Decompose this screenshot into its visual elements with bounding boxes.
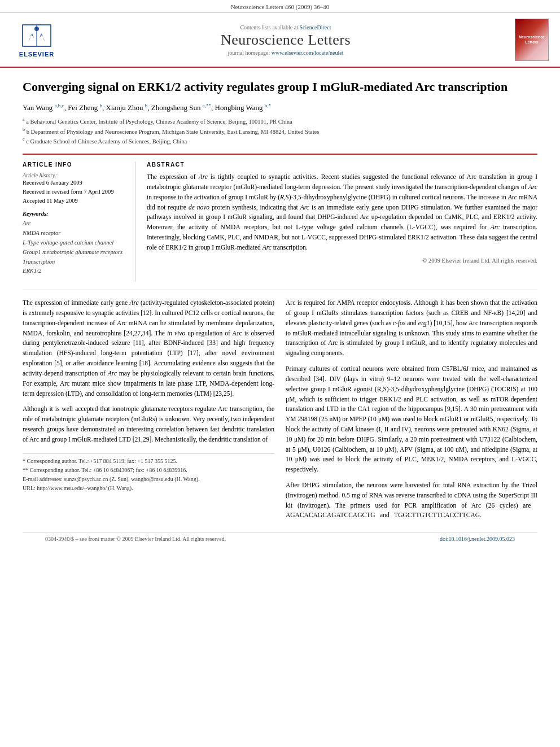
authors-text: Yan Wang a,b,c, Fei Zheng b, Xianju Zhou…: [23, 103, 271, 112]
main-text-section: The expression of immediate early gene A…: [23, 290, 537, 526]
sciencedirect-line: Contents lists available at ScienceDirec…: [62, 24, 509, 30]
elsevier-text: ELSEVIER: [19, 51, 54, 58]
journal-header: ELSEVIER Contents lists available at Sci…: [0, 13, 560, 68]
main-para-1: The expression of immediate early gene A…: [23, 298, 274, 399]
keyword-4: Group1 metabotropic glutamate receptors: [23, 248, 127, 257]
svg-point-4: [34, 27, 39, 31]
article-history: Article history: Received 6 January 2009…: [23, 172, 127, 205]
abstract-text: The expression of Arc is tightly coupled…: [147, 172, 537, 253]
keyword-6: ERK1/2: [23, 267, 127, 276]
copyright-line: © 2009 Elsevier Ireland Ltd. All rights …: [147, 257, 537, 264]
journal-cover-image: Neuroscience Letters: [515, 19, 549, 61]
footnote-star2: ** Corresponding author. Tel.: +86 10 64…: [23, 466, 274, 475]
elsevier-logo: ELSEVIER: [11, 22, 62, 58]
article-info-abstract-section: ARTICLE INFO Article history: Received 6…: [23, 154, 537, 282]
thumb-text: Neuroscience Letters: [517, 35, 546, 45]
keywords-list: Arc NMDA receptor L-Type voltage-gated c…: [23, 219, 127, 276]
keyword-5: Transcription: [23, 257, 127, 267]
url-value: http://www.msu.edu/~wangho/ (H. Wang).: [37, 485, 133, 491]
contents-label: Contents lists available at: [240, 24, 298, 30]
doi-text: doi:10.1016/j.neulet.2009.05.023: [440, 536, 515, 542]
homepage-label: journal homepage:: [228, 50, 270, 56]
footnote-emails: E-mail addresses: sunzs@psych.ac.cn (Z. …: [23, 475, 274, 484]
keyword-3: L-Type voltage-gated calcium channel: [23, 238, 127, 248]
main-para-5: After DHPG stimulation, the neurons were…: [286, 480, 537, 521]
keywords-section: Keywords: Arc NMDA receptor L-Type volta…: [23, 211, 127, 276]
email-addresses: sunzs@psych.ac.cn (Z. Sun), wangho@msu.e…: [64, 476, 199, 482]
authors-line: Yan Wang a,b,c, Fei Zheng b, Xianju Zhou…: [23, 102, 537, 113]
accepted-date: Accepted 11 May 2009: [23, 196, 127, 206]
abstract-column: ABSTRACT The expression of Arc is tightl…: [147, 161, 537, 282]
journal-thumbnail: Neuroscience Letters: [509, 19, 549, 61]
elsevier-logo-svg: [20, 22, 54, 49]
svg-marker-2: [28, 33, 34, 42]
abstract-label: ABSTRACT: [147, 161, 537, 168]
journal-title-block: Contents lists available at ScienceDirec…: [62, 24, 509, 56]
main-text-col2: Arc is required for AMPA receptor endocy…: [286, 298, 537, 526]
affiliation-b: b b Department of Physiology and Neurosc…: [23, 126, 537, 136]
keywords-label: Keywords:: [23, 211, 127, 217]
sciencedirect-link[interactable]: ScienceDirect: [299, 24, 331, 30]
history-label: Article history:: [23, 172, 127, 178]
article-info-column: ARTICLE INFO Article history: Received 6…: [23, 161, 135, 282]
bottom-bar: 0304-3940/$ – see front matter © 2009 El…: [23, 532, 537, 545]
keyword-1: Arc: [23, 219, 127, 229]
affiliation-a: a a Behavioral Genetics Center, Institut…: [23, 116, 537, 126]
main-para-3: Arc is required for AMPA receptor endocy…: [286, 298, 537, 359]
footnotes-block: * Corresponding author. Tel.: +517 884 5…: [23, 453, 274, 493]
page: Neuroscience Letters 460 (2009) 36–40: [0, 0, 560, 747]
main-text-col1: The expression of immediate early gene A…: [23, 298, 274, 526]
main-para-4: Primary cultures of cortical neurons wer…: [286, 364, 537, 475]
article-title: Converging signal on ERK1/2 activity reg…: [23, 79, 537, 95]
main-para-2: Although it is well accepted that ionotr…: [23, 404, 274, 444]
url-label: URL:: [23, 485, 36, 491]
footnote-star1: * Corresponding author. Tel.: +517 884 5…: [23, 457, 274, 466]
homepage-link[interactable]: www.elsevier.com/locate/neulet: [272, 50, 344, 56]
affiliations-block: a a Behavioral Genetics Center, Institut…: [23, 116, 537, 146]
received-date: Received 6 January 2009: [23, 178, 127, 187]
footnote-url: URL: http://www.msu.edu/~wangho/ (H. Wan…: [23, 484, 274, 493]
article-body: Converging signal on ERK1/2 activity reg…: [0, 68, 560, 557]
article-info-label: ARTICLE INFO: [23, 161, 127, 168]
svg-marker-3: [40, 33, 45, 42]
citation-text: Neuroscience Letters 460 (2009) 36–40: [231, 3, 330, 10]
journal-homepage: journal homepage: www.elsevier.com/locat…: [62, 50, 509, 56]
keyword-2: NMDA receptor: [23, 229, 127, 238]
issn-text: 0304-3940/$ – see front matter © 2009 El…: [45, 536, 226, 542]
email-label: E-mail addresses:: [23, 476, 63, 482]
affiliation-c: c c Graduate School of Chinese Academy o…: [23, 136, 537, 146]
journal-citation: Neuroscience Letters 460 (2009) 36–40: [0, 0, 560, 13]
revised-date: Received in revised form 7 April 2009: [23, 187, 127, 196]
journal-name: Neuroscience Letters: [62, 32, 509, 49]
